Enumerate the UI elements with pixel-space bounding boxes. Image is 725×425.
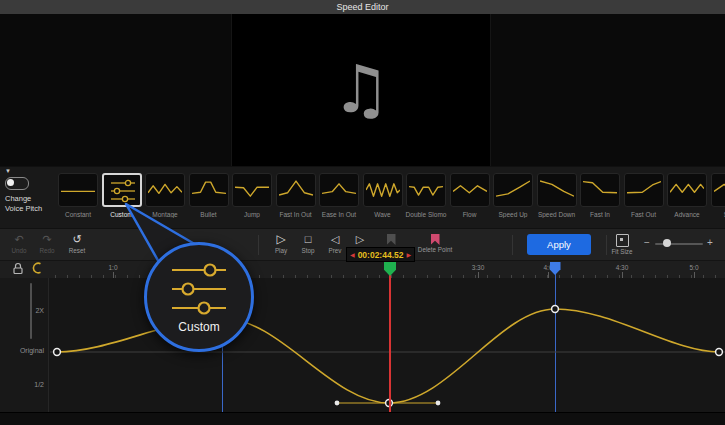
preset-fast-out[interactable]	[624, 173, 664, 207]
toolbar-divider	[258, 235, 259, 255]
time-step-back-icon[interactable]: ◀	[350, 252, 355, 258]
fit-size-icon	[616, 234, 629, 247]
preset-double-slomo[interactable]	[406, 173, 446, 207]
preview-area: ♫	[0, 14, 725, 166]
preset-fast-in[interactable]	[580, 173, 620, 207]
curve-mode-icon[interactable]	[30, 261, 44, 275]
stop-icon: □	[305, 232, 312, 246]
preset-constant[interactable]	[58, 173, 98, 207]
preset-curve-icon	[409, 176, 443, 204]
voice-pitch-toggle[interactable]	[5, 177, 29, 190]
preset-flow[interactable]	[450, 173, 490, 207]
preset-curve-icon	[453, 176, 487, 204]
preset-strip: ▼ Change Voice Pitch ConstantCustomMonta…	[0, 166, 725, 229]
voice-pitch-control: Change Voice Pitch	[5, 177, 55, 214]
fit-size-button[interactable]: Fit Size	[606, 232, 638, 255]
delete-point-flag-icon	[431, 234, 440, 245]
preset-curve-icon	[496, 176, 530, 204]
preset-curve-icon	[714, 176, 725, 204]
title-bar: Speed Editor	[0, 0, 725, 14]
stop-button[interactable]: □ Stop	[293, 232, 323, 254]
zoom-out-icon[interactable]: −	[644, 237, 650, 248]
apply-button[interactable]: Apply	[527, 234, 591, 255]
preset-curve-icon	[366, 176, 400, 204]
current-time-display: ◀ 00:02:44.52 ▶	[346, 247, 415, 262]
current-time: 00:02:44.52	[358, 250, 404, 260]
undo-button[interactable]: ↶ Undo	[4, 232, 34, 254]
curve-point[interactable]	[716, 349, 723, 356]
preset-curve-icon	[61, 176, 95, 204]
undo-icon: ↶	[14, 232, 23, 246]
add-point-flag-icon	[387, 234, 396, 245]
sliders-icon	[166, 261, 232, 317]
time-step-forward-icon[interactable]: ▶	[406, 252, 411, 258]
preset-curve-icon	[235, 176, 269, 204]
video-frame: ♫	[231, 14, 491, 166]
curve-editor[interactable]: 2XOriginal1/2	[0, 278, 725, 412]
ruler-time-label: 4:30	[607, 264, 637, 271]
preset-jump[interactable]	[232, 173, 272, 207]
curve-handle[interactable]	[436, 401, 441, 406]
toggle-knob	[7, 179, 14, 186]
custom-preset-callout: Custom	[144, 242, 254, 352]
ruler-time-label: 5:0	[679, 264, 709, 271]
preset-shot[interactable]	[711, 173, 725, 207]
ruler-time-label: 3:30	[463, 264, 493, 271]
preset-ease-in-out[interactable]	[319, 173, 359, 207]
preset-curve-icon	[279, 176, 313, 204]
preset-curve-icon	[627, 176, 661, 204]
preset-advance[interactable]	[667, 173, 707, 207]
toolbar-divider	[512, 235, 513, 255]
bottom-scrollbar-area[interactable]	[0, 412, 725, 425]
redo-button[interactable]: ↷ Redo	[32, 232, 62, 254]
preset-curve-icon	[583, 176, 617, 204]
speed-editor-window: Speed Editor ♫ ▼ Change Voice Pitch Cons…	[0, 0, 725, 425]
lock-icon[interactable]	[12, 261, 24, 275]
music-note-icon: ♫	[331, 57, 390, 123]
preset-speed-up[interactable]	[493, 173, 533, 207]
window-title: Speed Editor	[336, 2, 388, 12]
delete-point-button[interactable]: Delete Point	[412, 232, 458, 253]
callout-label: Custom	[178, 320, 219, 334]
preset-curve-icon	[670, 176, 704, 204]
preset-speed-down[interactable]	[537, 173, 577, 207]
voice-pitch-label: Change Voice Pitch	[5, 194, 55, 214]
next-icon: ▷	[356, 232, 364, 246]
play-button[interactable]: ▷ Play	[266, 232, 296, 254]
preset-curve-icon	[322, 176, 356, 204]
preset-wave[interactable]	[363, 173, 403, 207]
reset-icon: ↺	[72, 232, 81, 246]
curve-point[interactable]	[552, 306, 559, 313]
timeline-ruler[interactable]: 1:03:304:04:305:0	[0, 260, 725, 280]
collapse-arrow-icon[interactable]: ▼	[5, 168, 11, 174]
play-icon: ▷	[276, 232, 285, 246]
zoom-in-icon[interactable]: +	[707, 237, 713, 248]
prev-icon: ◁	[331, 232, 339, 246]
reset-button[interactable]: ↺ Reset	[62, 232, 92, 254]
preset-label: Shot	[705, 211, 725, 218]
zoom-slider-knob[interactable]	[663, 239, 671, 247]
playhead-line[interactable]	[389, 262, 391, 412]
curve-handle[interactable]	[335, 401, 340, 406]
speed-curve-canvas	[0, 278, 725, 412]
preset-curve-icon	[540, 176, 574, 204]
preset-fast-in-out[interactable]	[276, 173, 316, 207]
redo-icon: ↷	[42, 232, 51, 246]
curve-point[interactable]	[54, 349, 61, 356]
